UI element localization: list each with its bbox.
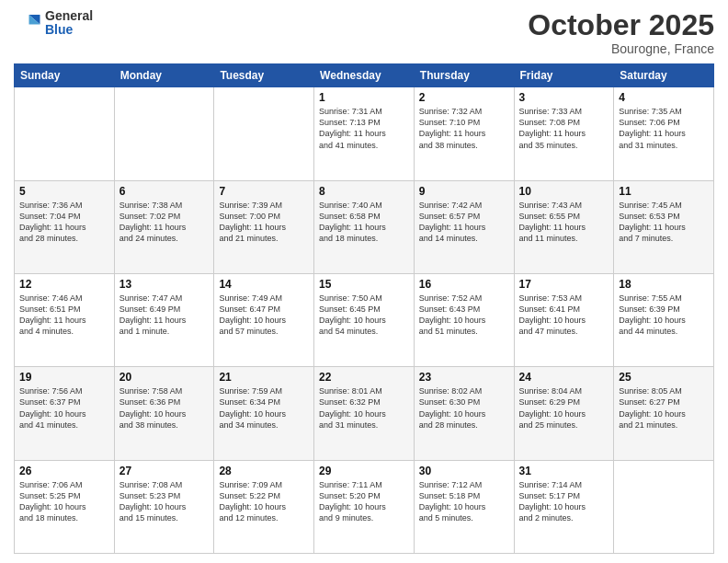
calendar-cell: 16Sunrise: 7:52 AM Sunset: 6:43 PM Dayli… (414, 273, 514, 366)
calendar-cell: 22Sunrise: 8:01 AM Sunset: 6:32 PM Dayli… (314, 367, 415, 460)
logo-blue-text: Blue (45, 23, 93, 37)
day-info: Sunrise: 7:52 AM Sunset: 6:43 PM Dayligh… (419, 293, 509, 338)
page: General Blue October 2025 Bourogne, Fran… (0, 0, 728, 563)
day-info: Sunrise: 7:58 AM Sunset: 6:36 PM Dayligh… (119, 385, 210, 431)
day-number: 24 (519, 371, 609, 384)
calendar-cell (114, 87, 214, 180)
day-header-monday: Monday (114, 64, 214, 87)
day-info: Sunrise: 7:14 AM Sunset: 5:17 PM Dayligh… (519, 479, 609, 524)
day-number: 9 (419, 185, 509, 198)
calendar-cell: 24Sunrise: 8:04 AM Sunset: 6:29 PM Dayli… (514, 367, 614, 460)
calendar-cell: 15Sunrise: 7:50 AM Sunset: 6:45 PM Dayli… (314, 273, 415, 366)
day-info: Sunrise: 7:09 AM Sunset: 5:22 PM Dayligh… (219, 479, 309, 524)
day-number: 5 (19, 185, 109, 198)
day-number: 14 (219, 278, 309, 291)
day-number: 7 (219, 185, 309, 198)
calendar-cell: 12Sunrise: 7:46 AM Sunset: 6:51 PM Dayli… (15, 273, 115, 366)
calendar-cell: 27Sunrise: 7:08 AM Sunset: 5:23 PM Dayli… (114, 460, 214, 553)
calendar-cell: 9Sunrise: 7:42 AM Sunset: 6:57 PM Daylig… (414, 180, 514, 273)
calendar-cell: 20Sunrise: 7:58 AM Sunset: 6:36 PM Dayli… (114, 367, 214, 460)
day-number: 30 (419, 465, 509, 477)
day-info: Sunrise: 7:46 AM Sunset: 6:51 PM Dayligh… (19, 293, 109, 338)
calendar-cell: 13Sunrise: 7:47 AM Sunset: 6:49 PM Dayli… (114, 273, 214, 366)
logo-icon (14, 9, 41, 37)
calendar-cell: 26Sunrise: 7:06 AM Sunset: 5:25 PM Dayli… (15, 460, 115, 553)
day-number: 27 (119, 465, 210, 477)
calendar-cell: 8Sunrise: 7:40 AM Sunset: 6:58 PM Daylig… (314, 180, 415, 273)
calendar-cell: 21Sunrise: 7:59 AM Sunset: 6:34 PM Dayli… (214, 367, 314, 460)
calendar-cell: 10Sunrise: 7:43 AM Sunset: 6:55 PM Dayli… (514, 180, 614, 273)
day-number: 16 (419, 278, 509, 291)
day-number: 23 (419, 371, 509, 384)
day-number: 4 (619, 91, 709, 104)
day-info: Sunrise: 8:04 AM Sunset: 6:29 PM Dayligh… (519, 385, 609, 431)
calendar-week-3: 12Sunrise: 7:46 AM Sunset: 6:51 PM Dayli… (15, 273, 714, 366)
day-number: 29 (319, 465, 409, 477)
day-info: Sunrise: 7:55 AM Sunset: 6:39 PM Dayligh… (619, 293, 709, 338)
calendar-cell: 30Sunrise: 7:12 AM Sunset: 5:18 PM Dayli… (414, 460, 514, 553)
day-info: Sunrise: 7:06 AM Sunset: 5:25 PM Dayligh… (19, 479, 109, 524)
day-info: Sunrise: 7:49 AM Sunset: 6:47 PM Dayligh… (219, 293, 309, 338)
calendar-cell: 11Sunrise: 7:45 AM Sunset: 6:53 PM Dayli… (614, 180, 714, 273)
calendar-cell: 28Sunrise: 7:09 AM Sunset: 5:22 PM Dayli… (214, 460, 314, 553)
day-number: 26 (19, 465, 109, 477)
calendar-cell: 29Sunrise: 7:11 AM Sunset: 5:20 PM Dayli… (314, 460, 415, 553)
day-info: Sunrise: 7:08 AM Sunset: 5:23 PM Dayligh… (119, 479, 210, 524)
day-header-sunday: Sunday (15, 64, 115, 87)
day-info: Sunrise: 7:53 AM Sunset: 6:41 PM Dayligh… (519, 293, 609, 338)
day-info: Sunrise: 7:45 AM Sunset: 6:53 PM Dayligh… (619, 200, 709, 245)
day-number: 10 (519, 185, 609, 198)
day-info: Sunrise: 7:39 AM Sunset: 7:00 PM Dayligh… (219, 200, 309, 245)
day-number: 25 (619, 371, 709, 384)
calendar-week-1: 1Sunrise: 7:31 AM Sunset: 7:13 PM Daylig… (15, 87, 714, 180)
day-number: 1 (319, 91, 409, 104)
day-info: Sunrise: 7:12 AM Sunset: 5:18 PM Dayligh… (419, 479, 509, 524)
day-header-thursday: Thursday (414, 64, 514, 87)
day-header-friday: Friday (514, 64, 614, 87)
calendar-cell: 2Sunrise: 7:32 AM Sunset: 7:10 PM Daylig… (414, 87, 514, 180)
calendar-week-2: 5Sunrise: 7:36 AM Sunset: 7:04 PM Daylig… (15, 180, 714, 273)
calendar-cell: 23Sunrise: 8:02 AM Sunset: 6:30 PM Dayli… (414, 367, 514, 460)
day-info: Sunrise: 7:59 AM Sunset: 6:34 PM Dayligh… (219, 385, 309, 431)
day-info: Sunrise: 7:38 AM Sunset: 7:02 PM Dayligh… (119, 200, 210, 245)
calendar-cell: 19Sunrise: 7:56 AM Sunset: 6:37 PM Dayli… (15, 367, 115, 460)
day-info: Sunrise: 8:01 AM Sunset: 6:32 PM Dayligh… (319, 385, 409, 431)
calendar-cell (214, 87, 314, 180)
day-info: Sunrise: 7:35 AM Sunset: 7:06 PM Dayligh… (619, 106, 709, 151)
logo-general-text: General (45, 9, 93, 23)
day-info: Sunrise: 7:50 AM Sunset: 6:45 PM Dayligh… (319, 293, 409, 338)
calendar-cell: 1Sunrise: 7:31 AM Sunset: 7:13 PM Daylig… (314, 87, 415, 180)
day-number: 6 (119, 185, 210, 198)
day-info: Sunrise: 8:05 AM Sunset: 6:27 PM Dayligh… (619, 385, 709, 431)
day-info: Sunrise: 7:47 AM Sunset: 6:49 PM Dayligh… (119, 293, 210, 338)
day-number: 17 (519, 278, 609, 291)
day-header-tuesday: Tuesday (214, 64, 314, 87)
day-number: 11 (619, 185, 709, 198)
logo: General Blue (14, 9, 93, 38)
day-number: 15 (319, 278, 409, 291)
calendar-table: SundayMondayTuesdayWednesdayThursdayFrid… (14, 63, 714, 554)
day-info: Sunrise: 7:32 AM Sunset: 7:10 PM Dayligh… (419, 106, 509, 151)
day-number: 18 (619, 278, 709, 291)
day-info: Sunrise: 7:40 AM Sunset: 6:58 PM Dayligh… (319, 200, 409, 245)
calendar-cell: 7Sunrise: 7:39 AM Sunset: 7:00 PM Daylig… (214, 180, 314, 273)
day-number: 12 (19, 278, 109, 291)
day-info: Sunrise: 7:42 AM Sunset: 6:57 PM Dayligh… (419, 200, 509, 245)
day-number: 20 (119, 371, 210, 384)
calendar-cell: 18Sunrise: 7:55 AM Sunset: 6:39 PM Dayli… (614, 273, 714, 366)
day-number: 28 (219, 465, 309, 477)
month-title: October 2025 (528, 9, 714, 41)
header: General Blue October 2025 Bourogne, Fran… (14, 9, 714, 56)
day-number: 21 (219, 371, 309, 384)
calendar-cell: 3Sunrise: 7:33 AM Sunset: 7:08 PM Daylig… (514, 87, 614, 180)
day-header-saturday: Saturday (614, 64, 714, 87)
calendar-cell: 17Sunrise: 7:53 AM Sunset: 6:41 PM Dayli… (514, 273, 614, 366)
logo-text: General Blue (45, 9, 93, 38)
day-number: 13 (119, 278, 210, 291)
day-number: 2 (419, 91, 509, 104)
calendar-cell: 6Sunrise: 7:38 AM Sunset: 7:02 PM Daylig… (114, 180, 214, 273)
location: Bourogne, France (528, 41, 714, 56)
day-number: 22 (319, 371, 409, 384)
day-info: Sunrise: 7:31 AM Sunset: 7:13 PM Dayligh… (319, 106, 409, 151)
title-area: October 2025 Bourogne, France (528, 9, 714, 56)
